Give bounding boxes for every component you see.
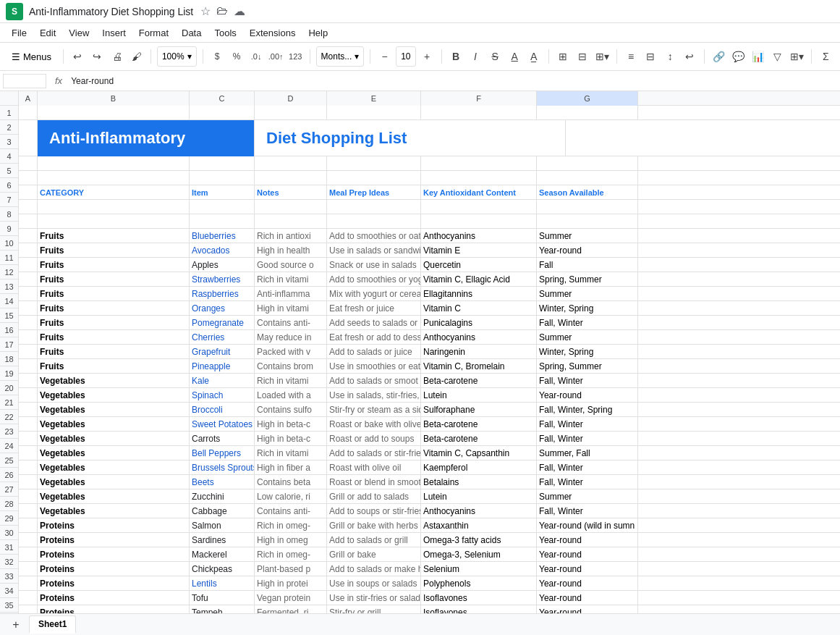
cell-e-14[interactable]: Add seeds to salads or e: [327, 316, 421, 329]
col-header-e[interactable]: E: [327, 91, 421, 106]
cell-d-15[interactable]: May reduce in: [255, 330, 327, 344]
cell-a7[interactable]: [19, 214, 38, 228]
cell-g-31[interactable]: Year-round: [537, 562, 638, 576]
row-num-29[interactable]: 29: [0, 511, 18, 526]
text-color-button[interactable]: A: [506, 46, 523, 67]
print-button[interactable]: 🖨: [109, 46, 125, 67]
col-header-b[interactable]: B: [38, 91, 190, 106]
row-num-31[interactable]: 31: [0, 540, 18, 555]
cell-d-22[interactable]: High in beta-c: [255, 432, 327, 445]
cell-g-29[interactable]: Year-round: [537, 533, 638, 547]
cell-d-21[interactable]: High in beta-c: [255, 417, 327, 431]
cell-e-33[interactable]: Use in stir-fries or salads: [327, 591, 421, 605]
cell-e-29[interactable]: Add to salads or grill: [327, 533, 421, 547]
merge-button[interactable]: ⊟: [574, 46, 591, 67]
cell-e-22[interactable]: Roast or add to soups: [327, 432, 421, 445]
cell-c-31[interactable]: Chickpeas: [190, 562, 255, 576]
cell-f-9[interactable]: Vitamin E: [421, 243, 537, 257]
bold-button[interactable]: B: [447, 46, 464, 67]
cell-a-12[interactable]: [19, 287, 38, 300]
cell-a-22[interactable]: [19, 432, 38, 445]
row-num-11[interactable]: 11: [0, 251, 18, 265]
cell-g-10[interactable]: Fall: [537, 258, 638, 272]
cell-g-17[interactable]: Spring, Summer: [537, 359, 638, 373]
vertical-align[interactable]: ↕: [662, 46, 679, 67]
cell-a4[interactable]: [19, 171, 38, 185]
cell-f-29[interactable]: Omega-3 fatty acids: [421, 533, 537, 547]
row-num-18[interactable]: 18: [0, 352, 18, 366]
cell-a-23[interactable]: [19, 446, 38, 460]
cell-g-15[interactable]: Summer: [537, 330, 638, 344]
cell-b-28[interactable]: Proteins: [38, 518, 190, 532]
cell-c-15[interactable]: Cherries: [190, 330, 255, 344]
cell-a-32[interactable]: [19, 576, 38, 590]
redo-button[interactable]: ↪: [89, 46, 106, 67]
cell-c6[interactable]: [190, 200, 255, 214]
cell-g-28[interactable]: Year-round (wild in sumn: [537, 518, 638, 532]
cell-b-16[interactable]: Fruits: [38, 345, 190, 358]
cell-b7[interactable]: [38, 214, 190, 228]
row-num-5[interactable]: 5: [0, 164, 18, 178]
cell-e3[interactable]: [327, 156, 421, 170]
percent-button[interactable]: %: [229, 46, 245, 67]
cell-d-33[interactable]: Vegan protein: [255, 591, 327, 605]
cell-g-27[interactable]: Fall, Winter: [537, 504, 638, 518]
cell-c-25[interactable]: Beets: [190, 475, 255, 489]
cell-e-16[interactable]: Add to salads or juice: [327, 345, 421, 358]
cell-c-24[interactable]: Brussels Sprouts: [190, 461, 255, 474]
cell-d-17[interactable]: Contains brom: [255, 359, 327, 373]
cell-a-29[interactable]: [19, 533, 38, 547]
cell-g-18[interactable]: Fall, Winter: [537, 374, 638, 387]
align-left[interactable]: ≡: [623, 46, 640, 67]
cell-c-13[interactable]: Oranges: [190, 301, 255, 315]
cell-f-15[interactable]: Anthocyanins: [421, 330, 537, 344]
row-num-28[interactable]: 28: [0, 497, 18, 511]
cell-d-27[interactable]: Contains anti-: [255, 504, 327, 518]
menu-extensions[interactable]: Extensions: [244, 26, 302, 40]
cell-e6[interactable]: [327, 200, 421, 214]
cell-c4[interactable]: [190, 171, 255, 185]
cell-a1[interactable]: [19, 106, 38, 119]
row-num-25[interactable]: 25: [0, 453, 18, 468]
cell-e-15[interactable]: Eat fresh or add to dess: [327, 330, 421, 344]
cell-e-24[interactable]: Roast with olive oil: [327, 461, 421, 474]
cell-g-34[interactable]: Year-round: [537, 605, 638, 613]
cell-a-28[interactable]: [19, 518, 38, 532]
cell-c5[interactable]: Item: [190, 185, 255, 199]
row-num-24[interactable]: 24: [0, 439, 18, 453]
cell-d-9[interactable]: High in health: [255, 243, 327, 257]
row-num-8[interactable]: 8: [0, 207, 18, 222]
cell-c-11[interactable]: Strawberries: [190, 272, 255, 286]
cell-b-29[interactable]: Proteins: [38, 533, 190, 547]
cell-a-33[interactable]: [19, 591, 38, 605]
cell-d4[interactable]: [255, 171, 327, 185]
row-num-13[interactable]: 13: [0, 279, 18, 294]
cell-c-12[interactable]: Raspberries: [190, 287, 255, 300]
menu-file[interactable]: File: [6, 26, 33, 40]
cell-f-27[interactable]: Anthocyanins: [421, 504, 537, 518]
cell-g-24[interactable]: Fall, Winter: [537, 461, 638, 474]
cell-f-13[interactable]: Vitamin C: [421, 301, 537, 315]
link-button[interactable]: 🔗: [710, 46, 727, 67]
row-num-34[interactable]: 34: [0, 584, 18, 598]
cell-c-26[interactable]: Zucchini: [190, 489, 255, 503]
add-sheet-button[interactable]: +: [6, 615, 26, 635]
cell-d-8[interactable]: Rich in antioxi: [255, 229, 327, 243]
cell-d-24[interactable]: High in fiber a: [255, 461, 327, 474]
functions-button[interactable]: Σ: [818, 46, 834, 67]
filter-button[interactable]: ▽: [769, 46, 786, 67]
cell-e-11[interactable]: Add to smoothies or yog: [327, 272, 421, 286]
cell-g-14[interactable]: Fall, Winter: [537, 316, 638, 329]
italic-button[interactable]: I: [467, 46, 484, 67]
document-title[interactable]: Anti-Inflammatory Diet Shopping List: [29, 6, 193, 17]
cell-f-22[interactable]: Beta-carotene: [421, 432, 537, 445]
cell-g-16[interactable]: Winter, Spring: [537, 345, 638, 358]
cell-d-23[interactable]: Rich in vitami: [255, 446, 327, 460]
row-num-3[interactable]: 3: [0, 135, 18, 149]
cell-g-9[interactable]: Year-round: [537, 243, 638, 257]
undo-button[interactable]: ↩: [69, 46, 86, 67]
cell-d3[interactable]: [255, 156, 327, 170]
cell-f-23[interactable]: Vitamin C, Capsanthin: [421, 446, 537, 460]
cell-g-20[interactable]: Fall, Winter, Spring: [537, 403, 638, 416]
cell-f5[interactable]: Key Antioxidant Content: [421, 185, 537, 199]
